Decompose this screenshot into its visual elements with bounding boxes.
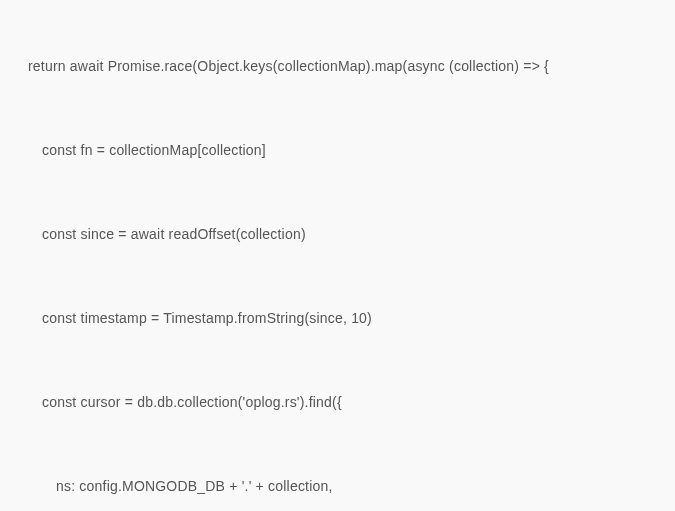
code-line: const cursor = db.db.collection('oplog.r… (28, 392, 647, 413)
code-line: const timestamp = Timestamp.fromString(s… (28, 308, 647, 329)
code-line: const fn = collectionMap[collection] (28, 140, 647, 161)
code-line: return await Promise.race(Object.keys(co… (28, 56, 647, 77)
code-block: return await Promise.race(Object.keys(co… (28, 14, 647, 511)
code-line: const since = await readOffset(collectio… (28, 224, 647, 245)
code-line: ns: config.MONGODB_DB + '.' + collection… (28, 476, 647, 497)
